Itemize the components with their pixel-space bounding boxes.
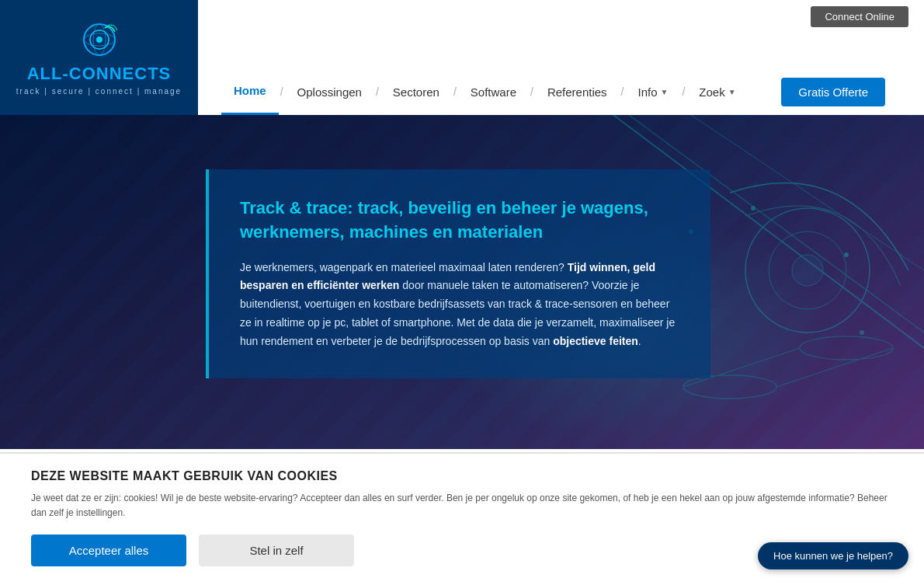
nav-item-sectoren[interactable]: Sectoren — [380, 68, 452, 115]
header: ALL-CONNECTS track | secure | connect | … — [0, 0, 924, 115]
svg-point-4 — [96, 37, 102, 43]
nav-sep-5: / — [620, 85, 626, 98]
nav-menu: Home / Oplossingen / Sectoren / Software… — [198, 68, 924, 115]
svg-point-14 — [860, 330, 864, 335]
cookie-title: DEZE WEBSITE MAAKT GEBRUIK VAN COOKIES — [31, 469, 893, 483]
nav-item-referenties[interactable]: Referenties — [535, 68, 620, 115]
logo-brand: ALL-CONNECTS — [27, 64, 172, 84]
instellingen-button[interactable]: Stel in zelf — [199, 535, 354, 566]
top-bar: Connect Online — [795, 0, 924, 33]
hero-content-box: Track & trace: track, beveilig en beheer… — [206, 169, 710, 378]
nav-sep-2: / — [374, 85, 380, 98]
svg-line-18 — [776, 348, 893, 387]
help-chat-button[interactable]: Hoe kunnen we je helpen? — [758, 542, 908, 569]
svg-point-12 — [751, 206, 756, 211]
hero-body-bold2: objectieve feiten — [553, 335, 638, 347]
nav-sep-4: / — [529, 85, 535, 98]
logo-tagline: track | secure | connect | manage — [16, 87, 182, 96]
logo: ALL-CONNECTS track | secure | connect | … — [16, 20, 182, 96]
hero-body-end: . — [638, 335, 641, 347]
accept-all-button[interactable]: Accepteer alles — [31, 535, 186, 566]
zoek-label-wrap: Zoek ▼ — [699, 85, 735, 99]
hero-body: Je werknemers, wagenpark en materieel ma… — [240, 259, 679, 351]
nav-sep-3: / — [452, 85, 458, 98]
logo-icon — [80, 20, 119, 59]
svg-point-15 — [683, 375, 776, 399]
hero-body-start: Je werknemers, wagenpark en materieel ma… — [240, 261, 564, 273]
gratis-offerte-button[interactable]: Gratis Offerte — [781, 78, 885, 106]
nav-item-zoek[interactable]: Zoek ▼ — [686, 68, 748, 115]
nav-sep-6: / — [680, 85, 686, 98]
nav-item-oplossingen[interactable]: Oplossingen — [285, 68, 374, 115]
svg-point-16 — [800, 336, 893, 360]
nav-item-info[interactable]: Info ▼ — [626, 68, 681, 115]
logo-area: ALL-CONNECTS track | secure | connect | … — [0, 0, 198, 115]
nav-item-software[interactable]: Software — [458, 68, 529, 115]
info-chevron-down-icon: ▼ — [661, 88, 669, 96]
info-label-wrap: Info ▼ — [638, 85, 669, 99]
svg-point-10 — [792, 255, 823, 286]
connect-online-button[interactable]: Connect Online — [811, 6, 908, 27]
nav-sep-1: / — [279, 85, 285, 98]
hero-section: Track & trace: track, beveilig en beheer… — [0, 115, 924, 449]
zoek-chevron-down-icon: ▼ — [728, 88, 736, 96]
cookie-text: Je weet dat ze er zijn: cookies! Wil je … — [31, 491, 893, 521]
nav-item-home[interactable]: Home — [221, 68, 279, 115]
svg-point-13 — [844, 252, 849, 257]
hero-title: Track & trace: track, beveilig en beheer… — [240, 197, 679, 245]
